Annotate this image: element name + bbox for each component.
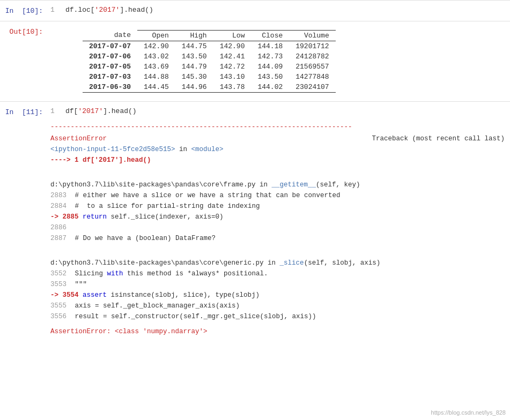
cell-out10: Out[10]: date Open High Low Close Volume…	[0, 21, 510, 101]
line-num-1: 1	[50, 5, 61, 16]
file3-in: in	[268, 259, 280, 267]
row-low-2: 142.41	[213, 51, 252, 62]
row-low-1: 142.90	[213, 41, 252, 51]
row-date-3: 2017-07-05	[83, 62, 137, 72]
row-date-1: 2017-07-07	[83, 41, 137, 51]
row-close-1: 144.18	[251, 41, 289, 51]
cell-content-out10: date Open High Low Close Volume 2017-07-…	[48, 26, 510, 97]
file2-in: in	[260, 181, 272, 189]
error-type: AssertionError	[50, 133, 107, 144]
row-low-4: 143.10	[213, 72, 252, 82]
row-high-4: 145.30	[175, 72, 213, 82]
code-line-1: 1 df.loc['2017'].head()	[50, 5, 505, 16]
cell-label-error	[0, 122, 48, 337]
notebook: In [10]: 1 df.loc['2017'].head() Out[10]…	[0, 0, 510, 420]
cell-label-in11: In [11]:	[0, 106, 48, 118]
code-line-in11: 1 df['2017'].head()	[50, 106, 505, 117]
cell-content-in11: 1 df['2017'].head()	[48, 106, 510, 118]
cell-label-out10: Out[10]:	[0, 26, 48, 97]
table-row: 2017-07-05 143.69 144.79 142.72 144.09 2…	[83, 62, 336, 72]
row-high-1: 144.75	[175, 41, 213, 51]
row-open-3: 143.69	[137, 62, 175, 72]
cell-error: ----------------------------------------…	[0, 122, 510, 341]
error-line-2885: -> 2885 return self._slice(indexer, axis…	[50, 212, 505, 222]
table-row: 2017-07-06 143.02 143.50 142.41 142.73 2…	[83, 51, 336, 62]
col-header-low: Low	[213, 30, 252, 41]
watermark: https://blog.csdn.net/lys_828	[431, 409, 506, 416]
row-close-3: 144.09	[251, 62, 289, 72]
error-line-2884: 2884 # to a slice for partial-string dat…	[50, 201, 505, 212]
file1-in: in	[179, 146, 191, 153]
row-volume-4: 14277848	[289, 72, 335, 82]
row-high-2: 143.50	[175, 51, 213, 62]
file2-method: __getitem__	[272, 181, 316, 189]
file3-path: d:\python3.7\lib\site-packages\pandas\co…	[50, 259, 264, 267]
row-date-5: 2017-06-30	[83, 82, 137, 93]
file3-method: _slice	[280, 259, 304, 267]
error-line-3554: -> 3554 assert isinstance(slobj, slice),…	[50, 290, 505, 301]
file1-module: <module>	[191, 146, 224, 153]
error-line-2883: 2883 # either we have a slice or we have…	[50, 190, 505, 201]
error-arrow1: ----> 1 df['2017'].head()	[50, 155, 505, 166]
row-date-4: 2017-07-03	[83, 72, 137, 82]
error-file3-path: d:\python3.7\lib\site-packages\pandas\co…	[50, 258, 505, 268]
row-open-4: 144.88	[137, 72, 175, 82]
col-header-close: Close	[251, 30, 289, 41]
error-header: AssertionError Traceback (most recent ca…	[50, 133, 505, 144]
row-high-3: 144.79	[175, 62, 213, 72]
col-header-high: High	[175, 30, 213, 41]
error-file2-path: d:\python3.7\lib\site-packages\pandas\co…	[50, 179, 505, 190]
row-high-5: 144.96	[175, 82, 213, 93]
row-open-2: 143.02	[137, 51, 175, 62]
row-open-5: 144.45	[137, 82, 175, 93]
file1-link: <ipython-input-11-5fce2d58e515>	[50, 146, 175, 153]
error-line-2887: 2887 # Do we have a (boolean) DataFrame?	[50, 233, 505, 244]
row-low-5: 143.78	[213, 82, 252, 93]
error-line-3552: 3552 Slicing with this method is *always…	[50, 268, 505, 279]
traceback-title: Traceback (most recent call last)	[372, 133, 505, 144]
row-open-1: 142.90	[137, 41, 175, 51]
error-line-3553: 3553 """	[50, 279, 505, 290]
code-in10: df.loc['2017'].head()	[65, 5, 153, 16]
code-in11: df['2017'].head()	[65, 106, 137, 117]
file3-args: (self, slobj, axis)	[304, 259, 381, 267]
line-num-in11: 1	[50, 106, 61, 117]
error-line-2886: 2886	[50, 222, 505, 233]
file2-path: d:\python3.7\lib\site-packages\pandas\co…	[50, 181, 256, 189]
row-volume-2: 24128782	[289, 51, 335, 62]
final-error: AssertionError: <class 'numpy.ndarray'>	[50, 326, 505, 337]
cell-in11: In [11]: 1 df['2017'].head()	[0, 101, 510, 122]
dataframe-table: date Open High Low Close Volume 2017-07-…	[83, 30, 336, 93]
final-error-text: AssertionError: <class 'numpy.ndarray'>	[50, 328, 208, 335]
error-blank2	[50, 247, 505, 258]
row-close-2: 142.73	[251, 51, 289, 62]
row-date-2: 2017-07-06	[83, 51, 137, 62]
error-content: ----------------------------------------…	[48, 122, 510, 337]
row-low-3: 142.72	[213, 62, 252, 72]
cell-content-in10: 1 df.loc['2017'].head()	[48, 5, 510, 17]
col-header-volume: Volume	[289, 30, 335, 41]
table-row: 2017-07-03 144.88 145.30 143.10 143.50 1…	[83, 72, 336, 82]
error-divider: ----------------------------------------…	[50, 122, 505, 132]
file2-args: (self, key)	[316, 181, 360, 189]
cell-label-in10: In [10]:	[0, 5, 48, 17]
row-close-5: 144.02	[251, 82, 289, 93]
table-row: 2017-06-30 144.45 144.96 143.78 144.02 2…	[83, 82, 336, 93]
table-row: 2017-07-07 142.90 144.75 142.90 144.18 1…	[83, 41, 336, 51]
cell-in10: In [10]: 1 df.loc['2017'].head()	[0, 0, 510, 21]
col-header-date: date	[83, 30, 137, 41]
col-header-open: Open	[137, 30, 175, 41]
row-close-4: 143.50	[251, 72, 289, 82]
error-line-3555: 3555 axis = self._get_block_manager_axis…	[50, 301, 505, 311]
error-line-3556: 3556 result = self._constructor(self._mg…	[50, 311, 505, 322]
row-volume-5: 23024107	[289, 82, 335, 93]
row-volume-1: 19201712	[289, 41, 335, 51]
error-blank1	[50, 169, 505, 179]
row-volume-3: 21569557	[289, 62, 335, 72]
error-file1: <ipython-input-11-5fce2d58e515> in <modu…	[50, 144, 505, 155]
